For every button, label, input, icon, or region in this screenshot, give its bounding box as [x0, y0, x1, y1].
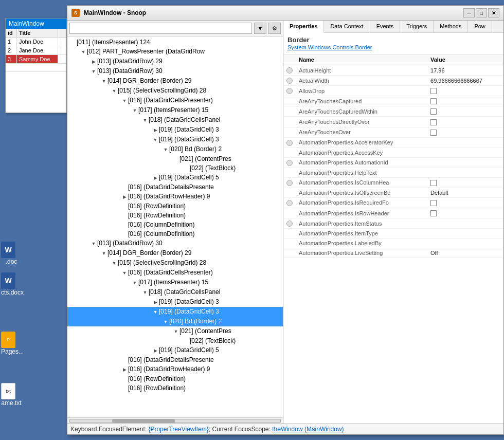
tree-item[interactable]: ▶[019] (DataGridCell) 3 [67, 297, 283, 307]
tree-expander[interactable]: ▶ [152, 298, 159, 306]
property-row[interactable]: AutomationProperties.ItemType [283, 229, 503, 239]
prop-checkbox[interactable] [430, 119, 437, 125]
tree-expander[interactable]: ▼ [121, 97, 128, 105]
tree-dropdown-button[interactable]: ▼ [254, 23, 266, 34]
tree-item[interactable]: [016] (ColumnDefinition) [67, 229, 283, 239]
tree-expander[interactable]: ▼ [152, 308, 159, 316]
tab-events[interactable]: Events [370, 21, 401, 32]
prop-value-cell[interactable] [427, 197, 503, 208]
property-row[interactable]: AutomationProperties.LabeledBy [283, 239, 503, 248]
tree-search-input[interactable] [69, 23, 252, 34]
tree-item[interactable]: ▼[016] (DataGridCellsPresenter) [67, 268, 283, 278]
property-row[interactable]: AutomationProperties.IsRowHeader [283, 208, 503, 218]
tab-pow[interactable]: Pow [468, 21, 492, 32]
tree-item[interactable]: ▼[017] (ItemsPresenter) 15 [67, 105, 283, 115]
tree-expander[interactable]: ▶ [121, 365, 128, 374]
tree-item[interactable]: ▶[016] (DataGridRowHeader) 9 [67, 364, 283, 374]
tree-expander[interactable]: ▼ [100, 249, 107, 258]
tab-properties[interactable]: Properties [283, 21, 324, 33]
table-row[interactable]: 3 Sammy Doe [6, 55, 66, 64]
tree-item[interactable]: ▼[015] (SelectiveScrollingGrid) 28 [67, 258, 283, 268]
prop-checkbox[interactable] [430, 98, 437, 104]
property-row[interactable]: ActualWidth69.96666666666667 [283, 76, 503, 86]
tree-item[interactable]: ▼[021] (ContentPres [67, 326, 283, 336]
tree-item[interactable]: [016] (RowDefinition) [67, 201, 283, 211]
tree-expander[interactable]: ▼ [111, 87, 118, 95]
table-row[interactable]: 1 John Doe [6, 38, 66, 46]
statusbar-link-focusscope[interactable]: theWindow (MainWindow) [272, 426, 344, 433]
tree-item[interactable]: ▼[012] PART_RowsPresenter (DataGridRow [67, 47, 283, 57]
tree-item[interactable]: ▼[014] DGR_Border (Border) 29 [67, 76, 283, 86]
tree-horizontal-scrollbar[interactable] [67, 417, 283, 424]
tab-triggers[interactable]: Triggers [400, 21, 434, 32]
tree-item[interactable]: ▼[014] DGR_Border (Border) 29 [67, 248, 283, 258]
property-row[interactable]: AutomationProperties.AutomationId [283, 157, 503, 168]
tree-item[interactable]: ▼[020] Bd (Border) 2 [67, 144, 283, 154]
tree-item[interactable]: ▶[019] (DataGridCell) 5 [67, 173, 283, 182]
tree-item[interactable]: ▼[019] (DataGridCell) 3 [67, 135, 283, 144]
prop-checkbox[interactable] [430, 108, 437, 115]
property-row[interactable]: AreAnyTouchesCaptured [283, 96, 503, 106]
property-row[interactable]: AreAnyTouchesDirectlyOver [283, 117, 503, 127]
tree-expander[interactable]: ▼ [131, 106, 138, 115]
prop-checkbox[interactable] [430, 210, 437, 216]
tree-expander[interactable]: ▶ [152, 126, 159, 134]
property-row[interactable]: AreAnyTouchesOver [283, 127, 503, 137]
tree-expander[interactable]: ▼ [141, 288, 149, 297]
tree-item[interactable]: ▶[019] (DataGridCell) 3 [67, 125, 283, 135]
prop-checkbox[interactable] [430, 130, 437, 136]
tree-expander[interactable]: ▼ [90, 240, 97, 248]
property-row[interactable]: ActualHeight17.96 [283, 65, 503, 76]
tree-content[interactable]: [011] (ItemsPresenter) 124▼[012] PART_Ro… [67, 36, 283, 417]
tree-item[interactable]: ▼[017] (ItemsPresenter) 15 [67, 278, 283, 287]
tab-data-context[interactable]: Data Context [324, 21, 370, 32]
prop-value-cell[interactable] [427, 106, 503, 117]
tree-item[interactable]: [022] (TextBlock) [67, 163, 283, 173]
property-row[interactable]: AutomationProperties.IsRequiredFo [283, 197, 503, 208]
tree-expander[interactable]: ▼ [141, 116, 149, 124]
tree-settings-button[interactable]: ⚙ [268, 23, 281, 34]
tree-item[interactable]: [011] (ItemsPresenter) 124 [67, 38, 283, 47]
tree-item[interactable]: ▶[016] (DataGridRowHeader) 9 [67, 192, 283, 201]
tree-item[interactable]: [016] (DataGridDetailsPresente [67, 182, 283, 192]
tree-item[interactable]: ▼[016] (DataGridCellsPresenter) [67, 96, 283, 105]
h-scrollbar-thumb[interactable] [112, 419, 175, 423]
tree-expander[interactable]: ▶ [152, 174, 159, 182]
property-row[interactable]: AutomationProperties.HelpText [283, 168, 503, 177]
prop-checkbox[interactable] [430, 88, 437, 94]
h-scrollbar-track[interactable] [69, 419, 281, 423]
tree-item[interactable]: [022] (TextBlock) [67, 336, 283, 345]
minimize-button[interactable]: ─ [463, 8, 475, 17]
tree-expander[interactable]: ▼ [121, 269, 128, 277]
tree-expander[interactable]: ▼ [80, 48, 87, 56]
prop-value-cell[interactable] [427, 177, 503, 188]
prop-checkbox[interactable] [430, 180, 437, 186]
tree-item[interactable]: [016] (DataGridDetailsPresente [67, 355, 283, 364]
tree-item[interactable]: [016] (RowDefinition) [67, 383, 283, 393]
tree-expander[interactable]: ▶ [152, 346, 159, 355]
tree-item[interactable]: [016] (ColumnDefinition) [67, 220, 283, 229]
tree-item[interactable]: ▼[015] (SelectiveScrollingGrid) 28 [67, 86, 283, 96]
tree-expander[interactable]: ▼ [172, 327, 179, 336]
tree-expander[interactable]: ▼ [152, 136, 159, 144]
tree-expander[interactable]: ▶ [90, 58, 97, 66]
file-icon-txt[interactable]: txt ame.txt [1, 383, 22, 407]
tree-item[interactable]: ▼[018] (DataGridCellsPanel [67, 287, 283, 297]
tree-item[interactable]: [016] (RowDefinition) [67, 211, 283, 220]
maximize-button[interactable]: □ [476, 8, 487, 17]
tree-item[interactable]: ▶[013] (DataGridRow) 29 [67, 57, 283, 66]
property-row[interactable]: AutomationProperties.IsOffscreenBeDefaul… [283, 188, 503, 197]
property-row[interactable]: AutomationProperties.AccessKey [283, 148, 503, 157]
statusbar-link-focused[interactable]: {ProperTreeViewItem} [148, 426, 208, 433]
property-row[interactable]: AllowDrop [283, 86, 503, 96]
tree-expander[interactable]: ▼ [162, 318, 169, 326]
property-row[interactable]: AreAnyTouchesCapturedWithin [283, 106, 503, 117]
tree-item[interactable]: ▼[013] (DataGridRow) 30 [67, 66, 283, 76]
tree-expander[interactable]: ▼ [162, 145, 169, 154]
tree-expander[interactable]: ▶ [121, 193, 128, 201]
property-row[interactable]: AutomationProperties.ItemStatus [283, 218, 503, 229]
tab-methods[interactable]: Methods [434, 21, 468, 32]
tree-expander[interactable]: ▼ [90, 67, 97, 76]
prop-value-cell[interactable] [427, 86, 503, 96]
property-row[interactable]: AutomationProperties.IsColumnHea [283, 177, 503, 188]
